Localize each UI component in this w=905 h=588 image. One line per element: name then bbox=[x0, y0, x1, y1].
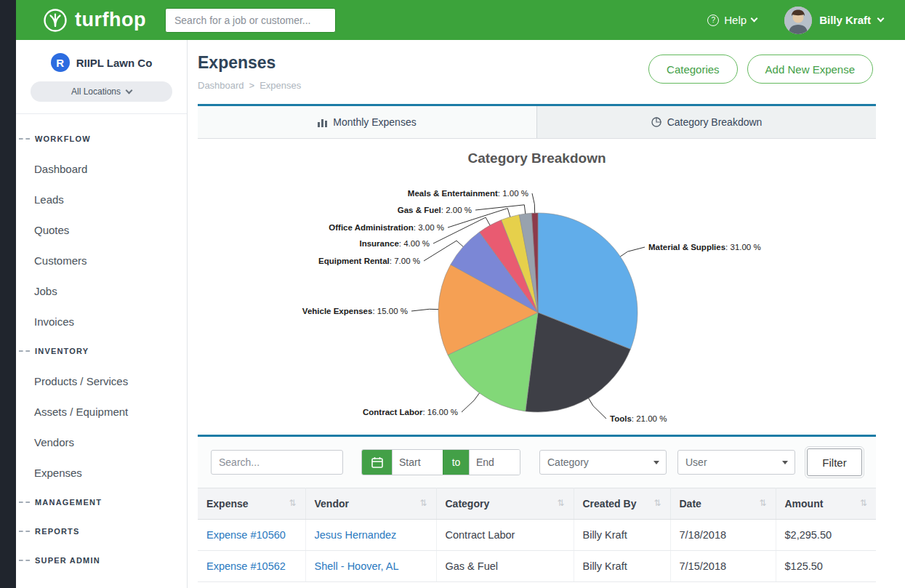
table-header-row: ⇅ Expense ⇅ Vendor ⇅ Category ⇅ Created … bbox=[198, 488, 876, 520]
user-select[interactable]: User bbox=[677, 450, 795, 475]
collapsed-nav-strip bbox=[0, 0, 16, 588]
page-actions: Categories Add New Expense bbox=[648, 55, 873, 84]
chart-title: Category Breakdown bbox=[198, 139, 876, 166]
sidebar-item-vendors[interactable]: Vendors bbox=[16, 427, 187, 457]
vendor-link[interactable]: Shell - Hoover, AL bbox=[315, 560, 399, 572]
sidebar-item-invoices[interactable]: Invoices bbox=[16, 306, 187, 337]
user-select-wrap: User bbox=[677, 450, 795, 475]
section-tick bbox=[19, 502, 30, 503]
category-select[interactable]: Category bbox=[539, 450, 667, 475]
created-by-cell: Billy Kraft bbox=[574, 520, 670, 551]
date-end-input[interactable] bbox=[469, 450, 520, 475]
pie-label: Meals & Entertainment: 1.00 % bbox=[408, 189, 528, 198]
sidebar-item-products-services[interactable]: Products / Services bbox=[16, 366, 187, 396]
pie-label-leader bbox=[411, 309, 438, 311]
tab-category-breakdown[interactable]: Category Breakdown bbox=[536, 106, 876, 138]
sidebar-nav: WORKFLOW Dashboard Leads Quotes Customer… bbox=[16, 114, 187, 575]
company-logo: R bbox=[51, 53, 70, 72]
column-header-vendor[interactable]: ⇅ Vendor bbox=[305, 488, 436, 520]
nav-section-management[interactable]: MANAGEMENT bbox=[16, 488, 187, 517]
vendor-link[interactable]: Jesus Hernandez bbox=[315, 529, 397, 541]
filter-row: to Category User Filter bbox=[198, 437, 876, 488]
table-search-input[interactable] bbox=[211, 450, 343, 475]
sidebar-item-customers[interactable]: Customers bbox=[16, 245, 187, 275]
turfhop-logo-icon bbox=[42, 7, 68, 33]
expense-link[interactable]: Expense #10560 bbox=[206, 529, 286, 541]
pie-label-leader bbox=[475, 205, 526, 214]
location-selector[interactable]: All Locations bbox=[31, 81, 172, 102]
chevron-down-icon bbox=[877, 15, 885, 23]
category-breakdown-pie-chart: Material & Supplies: 31.00 %Tools: 21.00… bbox=[198, 169, 876, 434]
company-name: RIIPL Lawn Co bbox=[76, 57, 153, 69]
expense-link[interactable]: Expense #10562 bbox=[206, 560, 286, 572]
date-range-group: to bbox=[361, 449, 520, 475]
section-tick bbox=[19, 138, 30, 140]
sort-icon[interactable]: ⇅ bbox=[557, 498, 564, 508]
chart-area: Category Breakdown Material & Supplies: … bbox=[198, 139, 876, 437]
nav-section-workflow: WORKFLOW bbox=[16, 124, 187, 153]
sidebar-item-quotes[interactable]: Quotes bbox=[16, 214, 187, 245]
sidebar-item-expenses[interactable]: Expenses bbox=[16, 457, 187, 488]
avatar bbox=[784, 7, 812, 34]
sort-icon[interactable]: ⇅ bbox=[419, 498, 427, 508]
categories-button[interactable]: Categories bbox=[648, 55, 738, 84]
column-header-amount[interactable]: ⇅ Amount bbox=[776, 488, 876, 520]
date-start-input[interactable] bbox=[392, 450, 443, 475]
sidebar-item-leads[interactable]: Leads bbox=[16, 184, 187, 214]
sidebar-item-jobs[interactable]: Jobs bbox=[16, 275, 187, 306]
date-cell: 7/18/2018 bbox=[670, 520, 776, 551]
user-menu[interactable]: Billy Kraft bbox=[784, 7, 883, 34]
add-new-expense-button[interactable]: Add New Expense bbox=[747, 55, 873, 84]
global-search-input[interactable] bbox=[165, 8, 336, 33]
sidebar-item-dashboard[interactable]: Dashboard bbox=[16, 153, 187, 184]
pie-label-leader bbox=[620, 247, 645, 257]
company-block: R RIIPL Lawn Co All Locations bbox=[16, 40, 187, 114]
sort-icon[interactable]: ⇅ bbox=[860, 498, 867, 508]
help-menu[interactable]: ? Help bbox=[707, 14, 757, 26]
pie-label: Equipment Rental: 7.00 % bbox=[318, 257, 420, 265]
breadcrumb-separator: > bbox=[249, 80, 255, 91]
logo-text: turfhop bbox=[75, 9, 146, 31]
location-label: All Locations bbox=[71, 86, 121, 97]
tab-monthly-expenses[interactable]: Monthly Expenses bbox=[198, 106, 536, 138]
expenses-card: Monthly Expenses Category Breakdown Cate… bbox=[198, 104, 876, 582]
help-icon: ? bbox=[707, 15, 719, 26]
sort-icon[interactable]: ⇅ bbox=[289, 498, 296, 508]
pie-label: Gas & Fuel: 2.00 % bbox=[398, 206, 472, 214]
header-right: ? Help Billy Kraft bbox=[707, 7, 883, 34]
help-label: Help bbox=[724, 14, 747, 26]
column-header-category[interactable]: ⇅ Category bbox=[436, 488, 574, 520]
column-header-expense[interactable]: ⇅ Expense bbox=[198, 488, 305, 520]
logo[interactable]: turfhop bbox=[42, 7, 146, 33]
breadcrumb-dashboard[interactable]: Dashboard bbox=[198, 80, 244, 91]
main-content: Expenses Dashboard > Expenses Categories… bbox=[188, 40, 905, 588]
company-row[interactable]: R RIIPL Lawn Co bbox=[31, 53, 172, 72]
sidebar: R RIIPL Lawn Co All Locations WORKFLOW D… bbox=[16, 40, 188, 588]
sidebar-item-assets-equipment[interactable]: Assets / Equipment bbox=[16, 396, 187, 427]
calendar-button[interactable] bbox=[362, 450, 392, 475]
nav-section-reports[interactable]: REPORTS bbox=[16, 517, 187, 546]
table-row: Expense #10562 Shell - Hoover, AL Gas & … bbox=[198, 551, 876, 582]
column-header-created-by[interactable]: ⇅ Created By bbox=[574, 488, 670, 520]
column-header-date[interactable]: ⇅ Date bbox=[670, 488, 776, 520]
section-tick bbox=[19, 350, 30, 352]
pie-label: Material & Supplies: 31.00 % bbox=[648, 243, 761, 251]
filter-button[interactable]: Filter bbox=[807, 448, 862, 476]
sort-icon[interactable]: ⇅ bbox=[759, 498, 766, 508]
nav-section-inventory: INVENTORY bbox=[16, 337, 187, 366]
bar-chart-icon bbox=[318, 118, 327, 127]
category-select-wrap: Category bbox=[539, 450, 667, 475]
chevron-down-icon bbox=[751, 15, 758, 23]
pie-label: Tools: 21.00 % bbox=[610, 414, 667, 423]
pie-label: Contract Labor: 16.00 % bbox=[363, 408, 458, 416]
chevron-down-icon bbox=[126, 86, 133, 94]
expenses-table: ⇅ Expense ⇅ Vendor ⇅ Category ⇅ Created … bbox=[198, 488, 876, 582]
sort-icon[interactable]: ⇅ bbox=[653, 498, 661, 508]
section-tick bbox=[19, 531, 30, 532]
category-cell: Contract Labor bbox=[436, 520, 574, 551]
nav-section-super-admin[interactable]: SUPER ADMIN bbox=[16, 546, 187, 575]
pie-label-leader bbox=[532, 193, 535, 213]
page-head: Expenses Dashboard > Expenses Categories… bbox=[188, 40, 905, 104]
table-row: Expense #10560 Jesus Hernandez Contract … bbox=[198, 520, 876, 551]
category-cell: Gas & Fuel bbox=[436, 551, 574, 582]
